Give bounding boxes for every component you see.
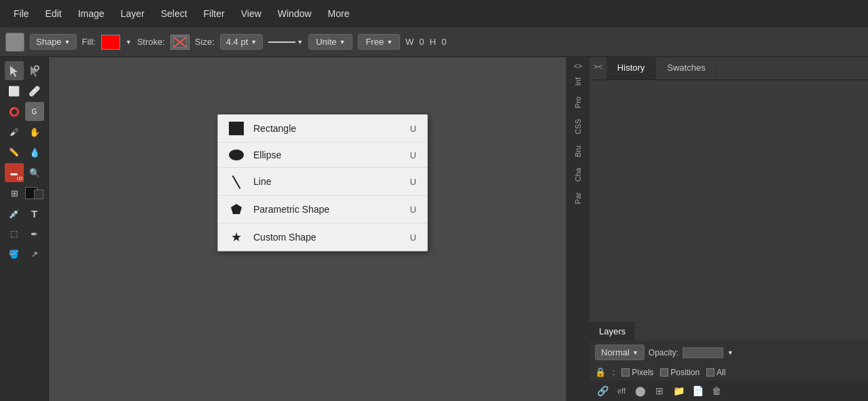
toolbar: Shape ▼ Fill: ▼ Stroke: Size: 4.4 pt ▼ ▼… [0, 27, 868, 57]
shape-menu-custom[interactable]: ★ Custom Shape U [218, 224, 427, 251]
delete-layer-icon[interactable]: 🗑 [709, 383, 724, 398]
node-tool[interactable] [25, 61, 44, 80]
menu-select[interactable]: Select [154, 5, 194, 22]
droplet-tool[interactable]: 💧 [25, 143, 44, 162]
layers-controls: Normal ▼ Opacity: ▼ [590, 341, 868, 364]
ellipse-icon [229, 150, 244, 160]
collapse-left-btn[interactable]: <> [572, 60, 585, 72]
stroke-label: Stroke: [137, 37, 165, 47]
menu-bar: File Edit Image Layer Select Filter View… [0, 0, 868, 27]
shape-menu-rectangle[interactable]: Rectangle U [218, 115, 427, 143]
brush-tool[interactable]: ✏️ [5, 143, 24, 162]
nav-pro[interactable]: Pro [573, 91, 583, 114]
mask-icon[interactable]: ⬤ [633, 383, 648, 398]
free-btn[interactable]: Free ▼ [358, 34, 400, 50]
custom-label: Custom Shape [253, 232, 317, 243]
nav-css[interactable]: CSS [573, 114, 583, 140]
shape-menu-line[interactable]: Line U [218, 168, 427, 196]
canvas-area[interactable]: Rectangle U Ellipse U Line U Parametric … [49, 57, 566, 401]
nav-bru[interactable]: Bru [573, 140, 583, 162]
blend-mode-dropdown[interactable]: Normal ▼ [595, 345, 645, 360]
lock-icon: 🔒 [595, 367, 606, 377]
pen-tool[interactable]: ✒ [25, 224, 44, 243]
right-collapse-btn[interactable]: >< [590, 57, 607, 80]
menu-more[interactable]: More [321, 5, 357, 22]
nav-inf[interactable]: Inf [573, 72, 583, 91]
blend-mode-arrow: ▼ [632, 349, 638, 356]
lock-position-checkbox[interactable] [660, 368, 668, 377]
tool-row-2: ⬜ 🩹 [5, 82, 44, 101]
fill-dropdown-arrow[interactable]: ▼ [126, 39, 132, 46]
size-dropdown-btn[interactable]: 4.4 pt ▼ [220, 34, 263, 50]
fill-color-swatch[interactable] [101, 35, 120, 50]
group-icon[interactable]: ⊞ [652, 383, 667, 398]
rectangle-icon [229, 122, 244, 135]
lasso-tool[interactable]: ⭕ [5, 102, 24, 121]
shape-preview-btn[interactable] [5, 33, 24, 52]
shape-menu-parametric[interactable]: Parametric Shape U [218, 196, 427, 224]
background-swatch[interactable] [34, 190, 43, 199]
link-icon[interactable]: 🔗 [595, 383, 610, 398]
svg-marker-6 [231, 204, 242, 214]
tool-row-9: ⬚ ✒ [5, 224, 44, 243]
shape-menu-ellipse[interactable]: Ellipse U [218, 143, 427, 168]
lock-row: 🔒 : Pixels Position All [590, 364, 868, 380]
line-icon [229, 175, 244, 188]
layers-panel: Layers Normal ▼ Opacity: ▼ 🔒 : [590, 321, 868, 401]
pixels-label: Pixels [632, 368, 653, 377]
tool-row-1 [5, 61, 44, 80]
menu-edit[interactable]: Edit [39, 5, 69, 22]
move-indicator: ↕D [16, 175, 23, 181]
shape-menu: Rectangle U Ellipse U Line U Parametric … [217, 114, 428, 251]
layers-tab[interactable]: Layers [590, 322, 635, 341]
nav-par[interactable]: Par [573, 187, 583, 209]
transform-tool[interactable]: ↗ [25, 245, 44, 264]
menu-window[interactable]: Window [271, 5, 319, 22]
eyedropper-tool[interactable]: 💉 [5, 204, 24, 223]
tool-row-10: 🪣 ↗ [5, 245, 44, 264]
position-label: Position [670, 368, 700, 377]
nav-cha[interactable]: Cha [573, 162, 583, 187]
unite-btn[interactable]: Unite ▼ [308, 34, 352, 50]
eraser-tool[interactable]: ⬚ [5, 224, 24, 243]
fill-tool[interactable]: 🪣 [5, 245, 24, 264]
svg-marker-3 [10, 66, 18, 77]
history-content [590, 80, 868, 321]
free-arrow: ▼ [386, 39, 393, 46]
shape-dropdown-arrow: ▼ [65, 39, 71, 46]
custom-shortcut: U [410, 232, 416, 243]
menu-file[interactable]: File [7, 5, 36, 22]
stroke-style-btn[interactable]: ▼ [268, 39, 303, 46]
gradient-tool[interactable]: G [25, 102, 44, 121]
opacity-slider[interactable] [683, 347, 723, 358]
menu-filter[interactable]: Filter [197, 5, 232, 22]
fx-icon[interactable]: eff [614, 383, 629, 398]
shape-dropdown-btn[interactable]: Shape ▼ [30, 34, 77, 50]
h-label: H [430, 37, 436, 47]
shape-tool[interactable]: ▬ ↕D [5, 163, 24, 182]
folder-icon[interactable]: 📁 [671, 383, 686, 398]
crop-tool-2[interactable]: ⊞ [5, 184, 24, 203]
tool-row-5: ✏️ 💧 [5, 143, 44, 162]
tab-history[interactable]: History [607, 57, 656, 80]
lock-pixels-checkbox[interactable] [621, 368, 630, 377]
w-label: W [405, 37, 414, 47]
add-layer-icon[interactable]: 📄 [690, 383, 705, 398]
zoom-tool[interactable]: 🔍 [25, 163, 44, 182]
opacity-arrow[interactable]: ▼ [727, 349, 734, 356]
rubber-tool[interactable]: 🩹 [25, 82, 44, 101]
paint-tool[interactable]: 🖌 [5, 122, 24, 141]
menu-view[interactable]: View [234, 5, 268, 22]
menu-layer[interactable]: Layer [114, 5, 151, 22]
stroke-icon[interactable] [170, 35, 189, 50]
tab-swatches[interactable]: Swatches [656, 57, 717, 80]
lock-position: Position [660, 368, 700, 377]
crop-tool[interactable]: ⬜ [5, 82, 24, 101]
text-tool[interactable]: T [25, 204, 44, 223]
tool-row-3: ⭕ G [5, 102, 44, 121]
select-tool[interactable] [5, 61, 24, 80]
hand-tool[interactable]: ✋ [25, 122, 44, 141]
menu-image[interactable]: Image [71, 5, 111, 22]
unite-arrow: ▼ [339, 39, 345, 46]
lock-all-checkbox[interactable] [706, 368, 715, 377]
